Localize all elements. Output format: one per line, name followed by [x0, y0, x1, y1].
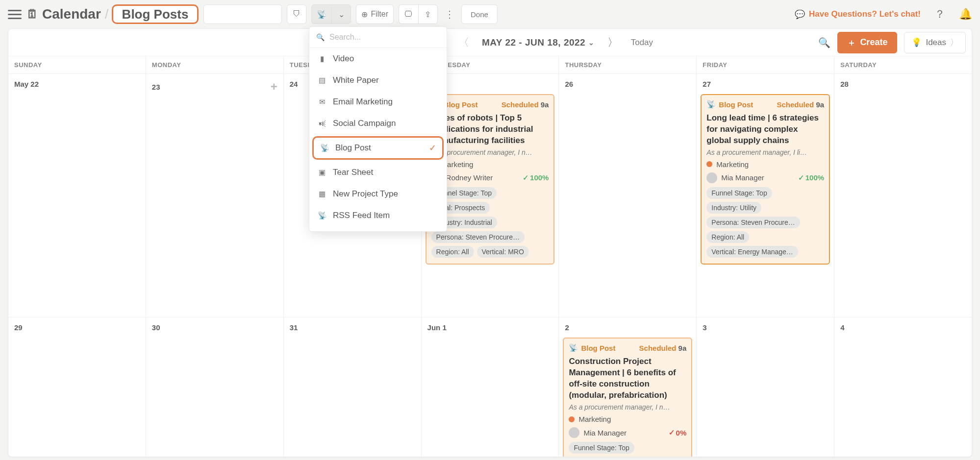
week-row: May 22 23 + 24 25 📡 Blog Post Scheduled …	[8, 74, 972, 317]
date-number: 31	[290, 323, 298, 332]
dropdown-item-whitepaper[interactable]: ▤ White Paper	[309, 70, 447, 91]
view-name-input[interactable]	[203, 4, 282, 24]
dropdown-search[interactable]: 🔍	[309, 27, 447, 48]
prev-month-button[interactable]: 〈	[454, 33, 473, 52]
create-button[interactable]: ＋ Create	[837, 32, 897, 53]
ideas-label: Ideas	[926, 38, 946, 48]
day-cell[interactable]: 29	[8, 317, 146, 457]
dayhead-fri: FRIDAY	[696, 56, 834, 73]
day-cell[interactable]: Jun 1	[421, 317, 559, 457]
day-cell[interactable]: 27 📡 Blog Post Scheduled 9a Long lead ti…	[696, 74, 834, 317]
display-button[interactable]: 🖵	[399, 4, 418, 24]
dropdown-item-label: Email Marketing	[333, 97, 393, 107]
tag[interactable]: Region: All	[706, 231, 749, 243]
date-number: 23	[152, 83, 160, 91]
ideas-button[interactable]: 💡 Ideas 〉	[904, 32, 966, 53]
dropdown-item-rss[interactable]: 📡 RSS Feed Item	[309, 205, 447, 226]
type-filter-dropdown[interactable]: ⌄	[331, 4, 351, 24]
calendar-surface: 〈 MAY 22 - JUN 18, 2022 ⌄ 〉 Today 🔍 ＋ Cr…	[8, 28, 972, 457]
share-icon: ⇪	[425, 10, 431, 19]
tag[interactable]: Region: All	[431, 246, 474, 258]
calendar-card[interactable]: 📡 Blog Post Scheduled 9a Construction Pr…	[563, 338, 692, 457]
card-status: Scheduled	[639, 344, 677, 352]
tag[interactable]: Persona: Steven Procure…	[431, 231, 525, 243]
dropdown-item-label: RSS Feed Item	[333, 211, 390, 220]
day-cell[interactable]: 23 +	[146, 74, 283, 317]
share-button[interactable]: ⇪	[418, 4, 438, 24]
day-cell[interactable]: 4	[834, 317, 972, 457]
bulb-icon: 💡	[911, 37, 922, 48]
card-type: Blog Post	[581, 344, 615, 352]
help-icon[interactable]: ？	[934, 7, 945, 22]
today-link[interactable]: Today	[631, 38, 653, 48]
card-note: As a procurement manager, I n…	[569, 403, 686, 411]
next-month-button[interactable]: 〉	[603, 33, 622, 52]
chevron-down-icon: ⌄	[338, 10, 345, 19]
add-item-icon[interactable]: +	[271, 80, 277, 94]
bell-icon[interactable]: 🔔	[959, 8, 972, 21]
date-number: May 22	[14, 80, 39, 88]
card-campaign: Marketing	[716, 160, 749, 169]
day-cell[interactable]: 28	[834, 74, 972, 317]
date-range-picker[interactable]: MAY 22 - JUN 18, 2022 ⌄	[482, 37, 595, 48]
view-name-pill[interactable]: Blog Posts	[112, 4, 199, 24]
chat-icon: 💬	[795, 9, 805, 20]
tag-list: Funnel Stage: Top Goal: Prospects Indust…	[431, 187, 549, 258]
day-cell[interactable]: 2 📡 Blog Post Scheduled 9a Construction …	[558, 317, 696, 457]
tag[interactable]: Vertical: Energy Manage…	[706, 246, 798, 258]
tag[interactable]: Industry: Utility	[706, 202, 761, 214]
card-percent: ✓0%	[669, 428, 687, 437]
dropdown-item-label: White Paper	[333, 75, 379, 85]
day-cell[interactable]: 3	[696, 317, 834, 457]
tag[interactable]: Vertical: MRO	[477, 246, 529, 258]
date-number: Jun 1	[427, 323, 447, 332]
done-button[interactable]: Done	[461, 4, 498, 24]
tag[interactable]: Funnel Stage: Top	[569, 442, 634, 454]
add-filter-button[interactable]: ⊕ Filter	[356, 4, 394, 24]
more-icon[interactable]: ⋮	[443, 8, 456, 20]
day-header-row: SUNDAY MONDAY TUESDAY WEDNESDAY THURSDAY…	[8, 56, 972, 74]
chat-label: Have Questions? Let's chat!	[809, 9, 921, 19]
dayhead-thu: THURSDAY	[558, 56, 696, 73]
card-status: Scheduled	[502, 100, 539, 109]
calendar-card[interactable]: 📡 Blog Post Scheduled 9a Long lead time …	[701, 94, 830, 265]
campaign-dot	[706, 161, 712, 167]
breadcrumb-slash: /	[105, 6, 109, 22]
newtype-icon: ▦	[317, 190, 327, 198]
date-number: 4	[840, 323, 844, 332]
day-cell[interactable]: 30	[146, 317, 283, 457]
dropdown-search-input[interactable]	[329, 33, 440, 42]
menu-icon[interactable]	[8, 7, 22, 21]
date-number: 27	[703, 80, 711, 88]
dropdown-item-email[interactable]: ✉ Email Marketing	[309, 91, 447, 113]
type-filter-button[interactable]: 📡	[311, 4, 331, 24]
create-label: Create	[860, 37, 887, 48]
blog-icon: 📡	[320, 144, 329, 152]
tag[interactable]: Funnel Stage: Top	[706, 187, 772, 199]
tag-list: Funnel Stage: Top	[569, 442, 686, 454]
page-title[interactable]: Calendar	[42, 6, 101, 22]
date-number: 30	[152, 323, 160, 332]
type-dropdown: 🔍 ▮ Video ▤ White Paper ✉ Email Marketin…	[309, 26, 447, 232]
tearsheet-icon: ▣	[317, 168, 327, 177]
dayhead-sat: SATURDAY	[834, 56, 972, 73]
monitor-icon: 🖵	[404, 10, 412, 19]
day-cell[interactable]: 26	[558, 74, 696, 317]
dropdown-item-social[interactable]: 🕬 Social Campaign	[309, 113, 447, 134]
day-cell[interactable]: 31	[283, 317, 421, 457]
calendar-search-icon[interactable]: 🔍	[818, 37, 830, 48]
card-note: As a procurement manager, I li…	[706, 148, 824, 156]
dayhead-mon: MONDAY	[146, 56, 283, 73]
dropdown-item-label: Video	[333, 54, 354, 64]
dropdown-item-blogpost[interactable]: 📡 Blog Post ✓	[312, 136, 444, 160]
blog-icon: 📡	[706, 100, 716, 109]
search-icon: 🔍	[316, 33, 325, 41]
filter-icon-button[interactable]: ⛉	[287, 4, 306, 24]
dropdown-item-tearsheet[interactable]: ▣ Tear Sheet	[309, 162, 447, 183]
chat-link[interactable]: 💬 Have Questions? Let's chat!	[795, 9, 921, 20]
dropdown-item-newtype[interactable]: ▦ New Project Type	[309, 183, 447, 205]
day-cell[interactable]: May 22	[8, 74, 146, 317]
tag[interactable]: Persona: Steven Procure…	[706, 217, 800, 228]
dropdown-item-video[interactable]: ▮ Video	[309, 48, 447, 70]
check-icon: ✓	[429, 143, 436, 153]
